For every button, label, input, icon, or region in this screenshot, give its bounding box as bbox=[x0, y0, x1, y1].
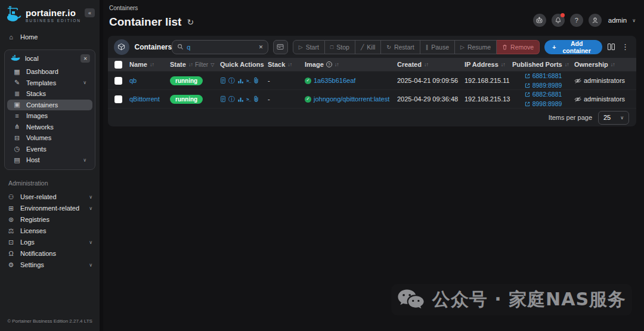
chevron-down-icon: ∨ bbox=[89, 262, 92, 268]
page-title: Container list bbox=[109, 16, 181, 29]
stats-icon[interactable] bbox=[237, 96, 244, 103]
column-header-state[interactable]: State↓↑ Filter ▽ bbox=[170, 61, 220, 68]
items-per-page-select[interactable]: 25 ∨ bbox=[598, 111, 629, 125]
column-header-created[interactable]: Created↓↑ bbox=[397, 61, 465, 68]
columns-visibility-button[interactable] bbox=[607, 43, 615, 51]
sidebar-item-templates[interactable]: ✎ Templates ∨ bbox=[7, 78, 92, 89]
chevron-down-icon: ∨ bbox=[83, 80, 86, 85]
containers-icon: ▣ bbox=[13, 101, 21, 109]
ip-cell: 192.168.215.13 bbox=[465, 95, 512, 103]
kill-button[interactable]: ╱ Kill bbox=[355, 40, 381, 54]
restart-button[interactable]: ↻ Restart bbox=[381, 40, 420, 54]
sidebar-item-user-related[interactable]: ⚇ User-related ∨ bbox=[0, 191, 100, 203]
column-header-stack[interactable]: Stack↓↑ bbox=[268, 61, 305, 68]
filter-button[interactable]: Filter bbox=[195, 61, 208, 68]
events-icon: ◷ bbox=[13, 145, 21, 153]
kill-icon: ╱ bbox=[361, 44, 364, 50]
ip-cell: 192.168.215.11 bbox=[465, 77, 512, 84]
sidebar-item-images[interactable]: ≡ Images bbox=[7, 110, 92, 122]
column-header-ports[interactable]: Published Ports↓↑ bbox=[512, 61, 574, 68]
networks-icon: ⋔ bbox=[13, 123, 21, 131]
container-name-link[interactable]: qb bbox=[129, 77, 137, 84]
sidebar-item-environment-related[interactable]: ⊞ Environment-related ∨ bbox=[0, 203, 100, 214]
sidebar-item-licenses[interactable]: ⚖ Licenses bbox=[0, 225, 100, 237]
clear-search-icon[interactable]: ✕ bbox=[259, 44, 264, 50]
funnel-icon[interactable]: ▽ bbox=[210, 62, 214, 67]
image-uptodate-icon: ✓ bbox=[305, 78, 311, 84]
remove-button[interactable]: Remove bbox=[497, 40, 540, 54]
sort-icon[interactable]: ↓↑ bbox=[611, 61, 615, 67]
sidebar-item-logs[interactable]: ⊡ Logs ∨ bbox=[0, 237, 100, 248]
image-link[interactable]: johngong/qbittorrent:latest bbox=[314, 95, 389, 103]
sidebar-item-registries[interactable]: ⊛ Registries bbox=[0, 214, 100, 225]
help-button[interactable]: ? bbox=[570, 14, 583, 27]
images-icon: ≡ bbox=[13, 112, 21, 119]
sidebar-item-notifications[interactable]: Ω Notifications bbox=[0, 248, 100, 259]
sidebar-item-dashboard[interactable]: ▦ Dashboard bbox=[7, 66, 92, 78]
widget-header: Containers ✕ bbox=[108, 36, 636, 58]
refresh-icon[interactable]: ↻ bbox=[187, 17, 194, 27]
chevron-down-icon[interactable]: ∨ bbox=[632, 18, 636, 23]
column-header-image[interactable]: Image ? ↓↑ bbox=[305, 61, 397, 68]
resume-button[interactable]: ▷ Resume bbox=[455, 40, 497, 54]
user-avatar[interactable] bbox=[589, 14, 602, 27]
pause-button[interactable]: ∥ Pause bbox=[420, 40, 455, 54]
add-container-button[interactable]: + Add container bbox=[544, 40, 602, 54]
select-all-checkbox[interactable] bbox=[114, 61, 122, 69]
port-link[interactable]: 6881:6881 bbox=[525, 72, 562, 79]
column-header-name[interactable]: Name↓↑ bbox=[129, 61, 170, 68]
sort-icon[interactable]: ↓↑ bbox=[335, 61, 339, 67]
row-checkbox[interactable] bbox=[114, 77, 122, 85]
column-header-ip[interactable]: IP Address↓↑ bbox=[465, 61, 512, 68]
search-input[interactable] bbox=[187, 44, 255, 51]
notifications-icon: Ω bbox=[7, 250, 15, 257]
attach-icon[interactable] bbox=[253, 77, 259, 84]
port-link[interactable]: 8998:8989 bbox=[525, 100, 562, 107]
breadcrumb[interactable]: Containers bbox=[109, 5, 636, 11]
sidebar-item-networks[interactable]: ⋔ Networks bbox=[7, 122, 92, 133]
sort-icon[interactable]: ↓↑ bbox=[424, 61, 428, 67]
sidebar-item-containers[interactable]: ▣ Containers bbox=[7, 100, 92, 111]
table-footer: Items per page 25 ∨ bbox=[108, 108, 636, 126]
licenses-icon: ⚖ bbox=[7, 227, 15, 235]
inspect-icon[interactable]: ⓘ bbox=[228, 76, 235, 85]
status-badge: running bbox=[170, 95, 203, 104]
sidebar-item-stacks[interactable]: ≣ Stacks bbox=[7, 88, 92, 100]
sidebar-item-volumes[interactable]: ⊟ Volumes bbox=[7, 132, 92, 144]
logs-icon[interactable] bbox=[220, 77, 226, 84]
row-checkbox[interactable] bbox=[114, 95, 122, 103]
console-icon[interactable]: >_ bbox=[246, 97, 250, 102]
sidebar-item-home[interactable]: ⌂ Home bbox=[0, 31, 100, 42]
sort-icon[interactable]: ↓↑ bbox=[150, 61, 154, 67]
console-icon[interactable]: >_ bbox=[246, 78, 250, 83]
environment-header[interactable]: local ✕ bbox=[5, 50, 95, 66]
port-link[interactable]: 6882:6881 bbox=[525, 91, 562, 98]
sort-icon[interactable]: ↓↑ bbox=[501, 61, 505, 67]
username-label[interactable]: admin bbox=[608, 17, 627, 24]
notifications-bell-button[interactable] bbox=[552, 14, 565, 27]
sidebar-item-settings[interactable]: ⚙ Settings ∨ bbox=[0, 259, 100, 271]
stack-cell: - bbox=[268, 77, 305, 84]
start-button[interactable]: ▷ Start bbox=[293, 40, 325, 54]
search-options-button[interactable] bbox=[273, 40, 288, 54]
column-header-ownership[interactable]: Ownership↓↑ bbox=[574, 61, 636, 68]
sidebar-item-events[interactable]: ◷ Events bbox=[7, 144, 92, 155]
chevron-down-icon: ∨ bbox=[620, 115, 624, 120]
sidebar-collapse-button[interactable]: « bbox=[85, 8, 95, 17]
sidebar-item-host[interactable]: ▤ Host ∨ bbox=[7, 154, 92, 166]
attach-icon[interactable] bbox=[253, 95, 259, 103]
port-link[interactable]: 8989:8989 bbox=[525, 82, 562, 89]
stats-icon[interactable] bbox=[237, 78, 244, 84]
chat-assistant-button[interactable] bbox=[533, 14, 546, 27]
sort-icon[interactable]: ↓↑ bbox=[287, 61, 292, 67]
stop-button[interactable]: □ Stop bbox=[325, 40, 355, 54]
container-name-link[interactable]: qBittorrent bbox=[129, 95, 160, 103]
inspect-icon[interactable]: ⓘ bbox=[228, 95, 235, 104]
kebab-menu-button[interactable]: ⋮ bbox=[620, 42, 630, 51]
image-link[interactable]: 1a635b616eaf bbox=[314, 77, 355, 84]
sort-icon[interactable]: ↓↑ bbox=[565, 61, 569, 67]
logs-icon[interactable] bbox=[220, 95, 226, 103]
environment-close-button[interactable]: ✕ bbox=[80, 54, 90, 63]
restart-icon: ↻ bbox=[386, 44, 391, 50]
sort-icon[interactable]: ↓↑ bbox=[188, 61, 193, 67]
